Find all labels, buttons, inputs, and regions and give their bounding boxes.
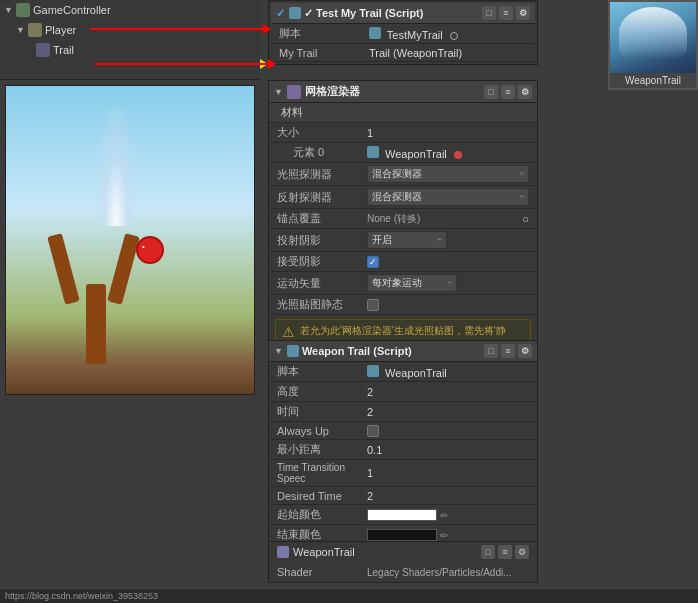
trail-effect: [619, 7, 688, 59]
trail-icon: [36, 43, 50, 57]
edit-icon[interactable]: ✏: [440, 510, 450, 520]
mesh-icon-btn-2[interactable]: ≡: [501, 85, 515, 99]
script-inspector: ✓ ✓ Test My Trail (Script) □ ≡ ⚙ 脚本 Test…: [268, 0, 538, 65]
row-value[interactable]: 2: [367, 386, 529, 398]
arrow-head: [263, 24, 271, 34]
row-value[interactable]: 0.1: [367, 444, 529, 456]
wt-icon-btn-3[interactable]: ⚙: [518, 344, 532, 358]
mesh-renderer-header: ▼ 网格渲染器 □ ≡ ⚙: [269, 81, 537, 103]
script-icon-btn-1[interactable]: □: [482, 6, 496, 20]
reflect-probe-dropdown[interactable]: 混合探测器: [367, 188, 529, 206]
scene-view: [5, 85, 255, 395]
row-value: 1: [367, 127, 529, 139]
hierarchy-panel: ▼ GameController ▼ Player Trail: [0, 0, 260, 80]
script-icon-btn-3[interactable]: ⚙: [516, 6, 530, 20]
mesh-row-receive-shadow: 接受阴影: [269, 252, 537, 272]
shader-label: Shader: [277, 566, 367, 578]
shader-row: WeaponTrail □ ≡ ⚙: [269, 542, 537, 562]
row-value[interactable]: 1: [367, 467, 529, 479]
row-value[interactable]: 2: [367, 490, 529, 502]
row-label: Always Up: [277, 425, 367, 437]
hierarchy-label: Trail: [53, 44, 74, 56]
wt-row-start-color: 起始颜色 ✏: [269, 505, 537, 525]
script-row-1: My Trail Trail (WeaponTrail): [271, 44, 535, 62]
expand-arrow: [24, 45, 34, 55]
wt-icon-btn-1[interactable]: □: [484, 344, 498, 358]
mesh-icon-btn-1[interactable]: □: [484, 85, 498, 99]
row-value[interactable]: 2: [367, 406, 529, 418]
mesh-row-lightmap-static: 光照贴图静态: [269, 295, 537, 315]
motion-vector-dropdown[interactable]: 每对象运动: [367, 274, 457, 292]
material-thumb-icon: [277, 546, 289, 558]
cast-shadow-dropdown[interactable]: 开启: [367, 231, 447, 249]
mesh-row-cast-shadow: 投射阴影 开启: [269, 229, 537, 252]
shader-icon-btn-2[interactable]: ≡: [498, 545, 512, 559]
receive-shadow-checkbox[interactable]: [367, 256, 379, 268]
row-value: Trail (WeaponTrail): [369, 47, 527, 59]
shader-icon-btn-1[interactable]: □: [481, 545, 495, 559]
red-arrow-2: [95, 63, 275, 65]
mesh-icon-btn-3[interactable]: ⚙: [518, 85, 532, 99]
material-icon: [367, 146, 379, 158]
row-label: 结束颜色: [277, 527, 367, 542]
row-label: 脚本: [277, 364, 367, 379]
script-icon: [289, 7, 301, 19]
mesh-title: 网格渲染器: [305, 84, 360, 99]
weapon-trail-title: Weapon Trail (Script): [302, 345, 412, 357]
watermark-text: https://blog.csdn.net/weixin_39538253: [5, 591, 158, 601]
thumb-label: WeaponTrail: [610, 73, 696, 88]
wt-row-min-dist: 最小距离 0.1: [269, 440, 537, 460]
shader-name-row: Shader Legacy Shaders/Particles/Addi...: [269, 562, 537, 582]
row-value: WeaponTrail: [367, 146, 529, 160]
row-value[interactable]: 混合探测器: [367, 188, 529, 206]
row-label: Time Transition Speec: [277, 462, 367, 484]
mesh-row-reflect-probe: 反射探测器 混合探测器: [269, 186, 537, 209]
row-label: 元素 0: [277, 145, 367, 160]
wt-row-transition-speed: Time Transition Speec 1: [269, 460, 537, 487]
hierarchy-item-trail[interactable]: Trail: [0, 40, 260, 60]
smoke-trail: [96, 106, 136, 226]
row-label: 起始颜色: [277, 507, 367, 522]
row-label: 光照贴图静态: [277, 297, 367, 312]
sling-left: [47, 233, 80, 304]
wt-icon-btn-2[interactable]: ≡: [501, 344, 515, 358]
script-icon: [287, 345, 299, 357]
mesh-row-light-probe: 光照探测器 混合探测器: [269, 163, 537, 186]
object-picker[interactable]: [454, 151, 462, 159]
hierarchy-item-gamecontroller[interactable]: ▼ GameController: [0, 0, 260, 20]
row-value: TestMyTrail: [369, 27, 527, 41]
row-label: 光照探测器: [277, 167, 367, 182]
edit-icon[interactable]: ✏: [440, 530, 450, 540]
row-value: WeaponTrail: [367, 365, 529, 379]
hierarchy-item-player[interactable]: ▼ Player: [0, 20, 260, 40]
arrow-head: [268, 59, 276, 69]
object-circle[interactable]: ○: [522, 213, 529, 225]
row-label: My Trail: [279, 47, 369, 59]
player-icon: [28, 23, 42, 37]
lightmap-checkbox[interactable]: [367, 299, 379, 311]
row-value[interactable]: 混合探测器: [367, 165, 529, 183]
script-icon-btn-2[interactable]: ≡: [499, 6, 513, 20]
row-label: 运动矢量: [277, 276, 367, 291]
row-label: 锚点覆盖: [277, 211, 367, 226]
controller-icon: [16, 3, 30, 17]
end-color-swatch[interactable]: [367, 529, 437, 541]
watermark: https://blog.csdn.net/weixin_39538253: [0, 589, 698, 603]
row-label: 大小: [277, 125, 367, 140]
object-picker[interactable]: [450, 32, 458, 40]
check-icon[interactable]: ✓: [276, 7, 285, 20]
row-label: 最小距离: [277, 442, 367, 457]
start-color-swatch[interactable]: [367, 509, 437, 521]
sling-right: [107, 233, 140, 304]
sling-base: [86, 284, 106, 364]
row-label: 时间: [277, 404, 367, 419]
always-up-checkbox[interactable]: [367, 425, 379, 437]
shader-value[interactable]: Legacy Shaders/Particles/Addi...: [367, 567, 529, 578]
mesh-row-motion-vector: 运动矢量 每对象运动: [269, 272, 537, 295]
hierarchy-label: Player: [45, 24, 76, 36]
shader-icon-btn-3[interactable]: ⚙: [515, 545, 529, 559]
weapon-trail-header: ▼ Weapon Trail (Script) □ ≡ ⚙: [269, 341, 537, 362]
light-probe-dropdown[interactable]: 混合探测器: [367, 165, 529, 183]
dropdown-text: 混合探测器: [372, 167, 422, 181]
wt-row-script: 脚本 WeaponTrail: [269, 362, 537, 382]
